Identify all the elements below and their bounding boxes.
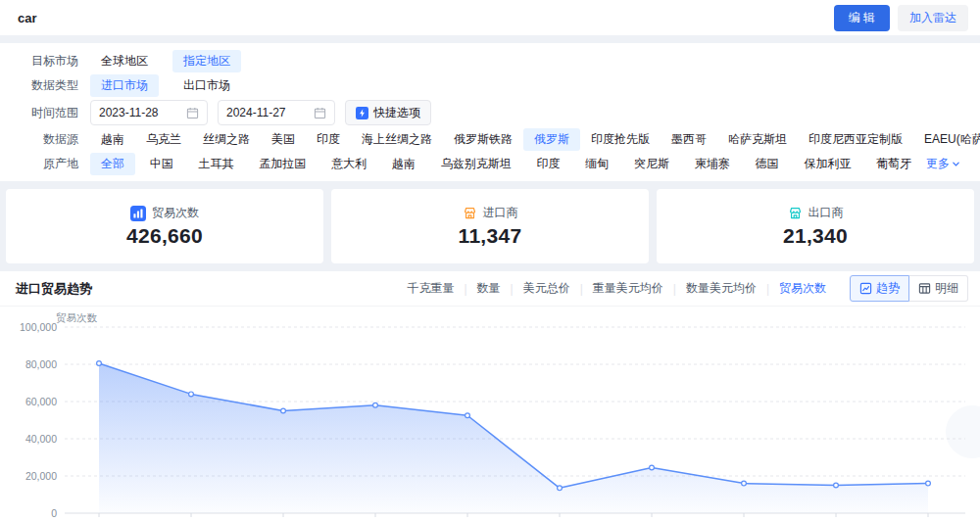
data-source-option[interactable]: 哈萨克斯坦 — [717, 128, 798, 151]
view-button-detail[interactable]: 明细 — [909, 275, 968, 302]
filter-row-origin: 原产地 全部中国土耳其孟加拉国意大利越南乌兹别克斯坦印度缅甸突尼斯柬埔寨德国保加… — [0, 153, 960, 175]
topbar-actions: 编 辑 加入雷达 — [834, 5, 968, 31]
metric-tab[interactable]: 千克重量 — [397, 280, 464, 297]
stat-card-label: 出口商 — [808, 205, 844, 221]
view-button-trend[interactable]: 趋势 — [850, 275, 909, 302]
origin-option[interactable]: 全部 — [90, 153, 135, 175]
metric-tab[interactable]: 数量 — [467, 280, 511, 297]
time-range-label: 时间范围 — [0, 105, 78, 121]
calendar-icon — [186, 107, 199, 119]
origin-option[interactable]: 柬埔寨 — [684, 153, 741, 175]
quick-options-label: 快捷选项 — [373, 105, 420, 121]
target-market-label: 目标市场 — [0, 53, 78, 70]
time-range-options: 2023-11-28 2024-11-27 快捷选项 — [90, 100, 960, 125]
add-radar-button[interactable]: 加入雷达 — [898, 5, 968, 31]
svg-text:贸易次数: 贸易次数 — [56, 311, 98, 323]
target-market-option[interactable]: 指定地区 — [172, 50, 241, 72]
trend-line-chart: 020,00040,00060,00080,000100,000贸易次数2023… — [0, 307, 980, 521]
origin-option[interactable]: 突尼斯 — [623, 153, 680, 175]
data-source-option[interactable]: 丝绸之路 — [192, 128, 261, 151]
stat-cards: 贸易次数426,660进口商11,347出口商21,340 — [6, 189, 974, 263]
data-source-option[interactable]: 乌克兰 — [135, 128, 192, 151]
svg-text:100,000: 100,000 — [20, 321, 57, 333]
origin-option[interactable]: 葡萄牙 — [865, 153, 922, 175]
origin-more-label: 更多 — [926, 156, 950, 172]
stat-card: 进口商11,347 — [331, 189, 649, 263]
metric-tab[interactable]: 贸易次数 — [769, 280, 836, 297]
trend-chart-icon — [859, 282, 872, 295]
origin-label: 原产地 — [0, 156, 78, 172]
svg-text:0: 0 — [51, 507, 57, 519]
target-market-options: 全球地区指定地区 — [90, 50, 960, 72]
end-date-input[interactable]: 2024-11-27 — [218, 100, 335, 125]
stat-card-value: 426,660 — [126, 224, 203, 248]
exporter-shop-icon — [788, 206, 803, 220]
origin-more-link[interactable]: 更多 — [926, 156, 960, 172]
calendar-icon — [314, 107, 326, 119]
svg-text:20,000: 20,000 — [25, 470, 57, 482]
stat-card-header: 出口商 — [788, 205, 844, 221]
data-source-option[interactable]: EAEU(哈萨克斯坦) — [913, 128, 980, 151]
origin-option[interactable]: 缅甸 — [574, 153, 619, 175]
end-date-value: 2024-11-27 — [226, 106, 286, 119]
page-title: car — [18, 11, 37, 25]
origin-option[interactable]: 孟加拉国 — [248, 153, 317, 175]
filter-panel: 目标市场 全球地区指定地区 数据类型 进口市场出口市场 时间范围 2023-11… — [0, 43, 980, 181]
data-source-option[interactable]: 印度 — [306, 128, 351, 151]
view-button-label: 趋势 — [876, 280, 900, 297]
trend-panel-header: 进口贸易趋势 千克重量|数量|美元总价|重量美元均价|数量美元均价|贸易次数 趋… — [0, 271, 980, 307]
stat-card: 贸易次数426,660 — [6, 189, 323, 263]
data-type-label: 数据类型 — [0, 77, 78, 94]
svg-text:40,000: 40,000 — [25, 433, 57, 445]
quick-options-icon — [356, 107, 368, 119]
data-source-label: 数据源 — [0, 131, 78, 148]
view-toggle-group: 趋势明细 — [850, 275, 968, 302]
stat-card-value: 21,340 — [783, 224, 848, 248]
data-type-options: 进口市场出口市场 — [90, 74, 960, 97]
svg-text:60,000: 60,000 — [25, 396, 57, 407]
metric-tab[interactable]: 数量美元均价 — [676, 280, 766, 297]
origin-option[interactable]: 意大利 — [320, 153, 377, 175]
data-type-option[interactable]: 进口市场 — [90, 74, 159, 97]
data-source-option[interactable]: 印度抢先版 — [580, 128, 661, 151]
metric-tab[interactable]: 重量美元均价 — [583, 280, 673, 297]
data-source-option[interactable]: 俄罗斯 — [523, 128, 580, 151]
bar-chart-icon — [130, 206, 146, 221]
importer-shop-icon — [463, 206, 477, 220]
origin-option[interactable]: 土耳其 — [188, 153, 245, 175]
data-source-option[interactable]: 印度尼西亚定制版 — [798, 128, 913, 151]
metric-tab[interactable]: 美元总价 — [514, 280, 580, 297]
start-date-value: 2023-11-28 — [99, 106, 159, 119]
data-source-option[interactable]: 俄罗斯铁路 — [443, 128, 523, 151]
edit-button[interactable]: 编 辑 — [834, 5, 890, 31]
origin-option[interactable]: 德国 — [745, 153, 790, 175]
filter-row-time-range: 时间范围 2023-11-28 2024-11-27 快捷选项 — [0, 99, 960, 126]
data-source-option[interactable]: 墨西哥 — [661, 128, 717, 151]
data-type-option[interactable]: 出口市场 — [172, 74, 241, 97]
trend-panel-title: 进口贸易趋势 — [16, 280, 92, 298]
stat-card-value: 11,347 — [459, 224, 522, 248]
svg-text:80,000: 80,000 — [25, 358, 57, 370]
origin-option[interactable]: 越南 — [381, 153, 426, 175]
origin-option[interactable]: 印度 — [525, 153, 570, 175]
target-market-option[interactable]: 全球地区 — [90, 50, 159, 72]
metric-tabs: 千克重量|数量|美元总价|重量美元均价|数量美元均价|贸易次数 — [397, 280, 836, 297]
trend-controls: 千克重量|数量|美元总价|重量美元均价|数量美元均价|贸易次数 趋势明细 — [397, 275, 968, 302]
top-bar: car 编 辑 加入雷达 — [0, 0, 980, 35]
quick-options-button[interactable]: 快捷选项 — [345, 100, 431, 125]
stat-card-label: 进口商 — [483, 205, 518, 221]
data-source-option[interactable]: 海上丝绸之路 — [351, 128, 443, 151]
filter-row-data-source: 数据源 越南乌克兰丝绸之路美国印度海上丝绸之路俄罗斯铁路俄罗斯印度抢先版墨西哥哈… — [0, 128, 960, 151]
data-source-options: 越南乌克兰丝绸之路美国印度海上丝绸之路俄罗斯铁路俄罗斯印度抢先版墨西哥哈萨克斯坦… — [90, 128, 980, 151]
start-date-input[interactable]: 2023-11-28 — [90, 100, 208, 125]
data-source-option[interactable]: 美国 — [261, 128, 306, 151]
origin-options: 全部中国土耳其孟加拉国意大利越南乌兹别克斯坦印度缅甸突尼斯柬埔寨德国保加利亚葡萄… — [90, 153, 960, 175]
origin-option[interactable]: 中国 — [139, 153, 184, 175]
stat-card-header: 贸易次数 — [130, 205, 199, 221]
data-source-option[interactable]: 越南 — [90, 128, 135, 151]
origin-option[interactable]: 乌兹别克斯坦 — [430, 153, 522, 175]
stat-card-label: 贸易次数 — [152, 205, 199, 221]
origin-option[interactable]: 保加利亚 — [793, 153, 861, 175]
trend-chart-area: 020,00040,00060,00080,000100,000贸易次数2023… — [0, 307, 980, 521]
stat-card-header: 进口商 — [463, 205, 518, 221]
